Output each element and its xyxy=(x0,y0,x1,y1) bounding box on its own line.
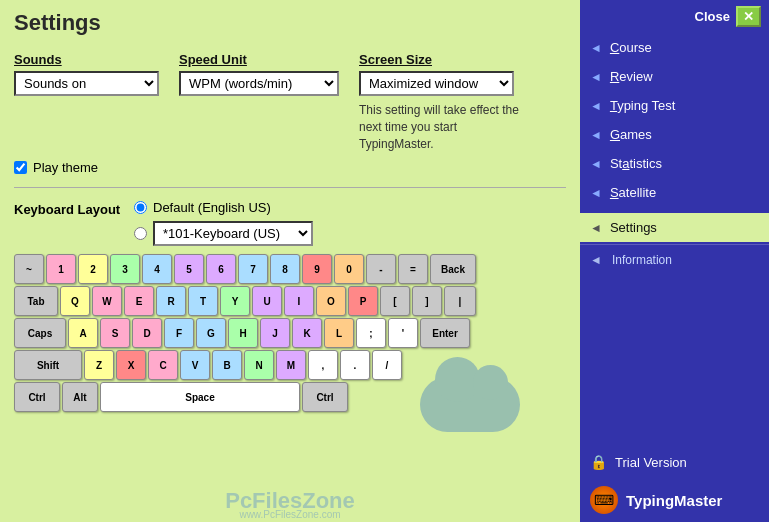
sidebar-item-course[interactable]: ◄ Course xyxy=(580,33,769,62)
key-rbracket[interactable]: ] xyxy=(412,286,442,316)
key-0[interactable]: 0 xyxy=(334,254,364,284)
play-theme-checkbox[interactable] xyxy=(14,161,27,174)
nav-arrow-settings: ◄ xyxy=(590,221,602,235)
sidebar-item-satellite-label: Satellite xyxy=(610,185,656,200)
key-tab[interactable]: Tab xyxy=(14,286,58,316)
nav-arrow-review: ◄ xyxy=(590,70,602,84)
sidebar-item-information[interactable]: ◄ Information xyxy=(580,247,769,273)
key-i[interactable]: I xyxy=(284,286,314,316)
key-2[interactable]: 2 xyxy=(78,254,108,284)
key-n[interactable]: N xyxy=(244,350,274,380)
sidebar-item-settings[interactable]: ◄ Settings xyxy=(580,213,769,242)
key-ctrl-left[interactable]: Ctrl xyxy=(14,382,60,412)
close-label: Close xyxy=(695,9,730,24)
sidebar-item-typing-test-label: Typing Test xyxy=(610,98,676,113)
sidebar-item-information-label: Information xyxy=(612,253,672,267)
section-divider xyxy=(14,187,566,188)
key-backspace[interactable]: Back xyxy=(430,254,476,284)
keyboard-layout-select[interactable]: *101-Keyboard (US) xyxy=(153,221,313,246)
speed-unit-select[interactable]: WPM (words/min) CPM (chars/min) KPH (key… xyxy=(179,71,339,96)
key-d[interactable]: D xyxy=(132,318,162,348)
radio-custom[interactable] xyxy=(134,227,147,240)
key-t[interactable]: T xyxy=(188,286,218,316)
key-minus[interactable]: - xyxy=(366,254,396,284)
key-tilde[interactable]: ~ xyxy=(14,254,44,284)
key-enter[interactable]: Enter xyxy=(420,318,470,348)
screen-size-select[interactable]: Maximized window 800x600 1024x768 xyxy=(359,71,514,96)
key-a[interactable]: A xyxy=(68,318,98,348)
key-h[interactable]: H xyxy=(228,318,258,348)
key-s[interactable]: S xyxy=(100,318,130,348)
kb-row-2: Tab Q W E R T Y U I O P [ ] | xyxy=(14,286,566,316)
key-q[interactable]: Q xyxy=(60,286,90,316)
key-b[interactable]: B xyxy=(212,350,242,380)
brand-name: TypingMaster xyxy=(626,492,722,509)
key-lbracket[interactable]: [ xyxy=(380,286,410,316)
sidebar-item-review-label: Review xyxy=(610,69,653,84)
screen-note: This setting will take effect the next t… xyxy=(359,102,519,152)
key-period[interactable]: . xyxy=(340,350,370,380)
key-o[interactable]: O xyxy=(316,286,346,316)
trial-version-label: Trial Version xyxy=(615,455,687,470)
key-equals[interactable]: = xyxy=(398,254,428,284)
screen-size-group: Screen Size Maximized window 800x600 102… xyxy=(359,52,519,152)
lock-icon: 🔒 xyxy=(590,454,607,470)
key-m[interactable]: M xyxy=(276,350,306,380)
key-j[interactable]: J xyxy=(260,318,290,348)
key-9[interactable]: 9 xyxy=(302,254,332,284)
nav-arrow-course: ◄ xyxy=(590,41,602,55)
radio-default[interactable] xyxy=(134,201,147,214)
speed-unit-label: Speed Unit xyxy=(179,52,339,67)
key-slash[interactable]: / xyxy=(372,350,402,380)
key-v[interactable]: V xyxy=(180,350,210,380)
key-6[interactable]: 6 xyxy=(206,254,236,284)
key-r[interactable]: R xyxy=(156,286,186,316)
key-g[interactable]: G xyxy=(196,318,226,348)
key-c[interactable]: C xyxy=(148,350,178,380)
key-alt-left[interactable]: Alt xyxy=(62,382,98,412)
key-comma[interactable]: , xyxy=(308,350,338,380)
key-e[interactable]: E xyxy=(124,286,154,316)
sidebar-header: Close ✕ xyxy=(580,0,769,33)
sidebar-item-games-label: Games xyxy=(610,127,652,142)
radio-custom-row: *101-Keyboard (US) xyxy=(134,221,313,246)
close-button[interactable]: ✕ xyxy=(736,6,761,27)
sidebar-divider xyxy=(580,244,769,245)
keyboard-layout-label: Keyboard Layout xyxy=(14,200,124,217)
key-5[interactable]: 5 xyxy=(174,254,204,284)
key-space[interactable]: Space xyxy=(100,382,300,412)
sidebar-item-satellite[interactable]: ◄ Satellite xyxy=(580,178,769,207)
key-l[interactable]: L xyxy=(324,318,354,348)
sidebar-item-review[interactable]: ◄ Review xyxy=(580,62,769,91)
key-ctrl-right[interactable]: Ctrl xyxy=(302,382,348,412)
nav-arrow-satellite: ◄ xyxy=(590,186,602,200)
key-7[interactable]: 7 xyxy=(238,254,268,284)
key-4[interactable]: 4 xyxy=(142,254,172,284)
key-8[interactable]: 8 xyxy=(270,254,300,284)
sidebar-item-typing-test[interactable]: ◄ Typing Test xyxy=(580,91,769,120)
key-shift-left[interactable]: Shift xyxy=(14,350,82,380)
speed-unit-group: Speed Unit WPM (words/min) CPM (chars/mi… xyxy=(179,52,339,96)
brand-logo: ⌨ xyxy=(590,486,618,514)
play-theme-label[interactable]: Play theme xyxy=(33,160,98,175)
sidebar-item-statistics[interactable]: ◄ Statistics xyxy=(580,149,769,178)
key-semicolon[interactable]: ; xyxy=(356,318,386,348)
key-backslash[interactable]: | xyxy=(444,286,476,316)
key-caps[interactable]: Caps xyxy=(14,318,66,348)
trial-version-item[interactable]: 🔒 Trial Version xyxy=(580,446,769,478)
key-z[interactable]: Z xyxy=(84,350,114,380)
key-w[interactable]: W xyxy=(92,286,122,316)
key-u[interactable]: U xyxy=(252,286,282,316)
key-f[interactable]: F xyxy=(164,318,194,348)
sounds-select[interactable]: Sounds on Sounds off xyxy=(14,71,159,96)
key-quote[interactable]: ' xyxy=(388,318,418,348)
key-y[interactable]: Y xyxy=(220,286,250,316)
sidebar-item-games[interactable]: ◄ Games xyxy=(580,120,769,149)
key-1[interactable]: 1 xyxy=(46,254,76,284)
key-k[interactable]: K xyxy=(292,318,322,348)
key-p[interactable]: P xyxy=(348,286,378,316)
key-x[interactable]: X xyxy=(116,350,146,380)
kb-row-3: Caps A S D F G H J K L ; ' Enter xyxy=(14,318,566,348)
radio-default-label[interactable]: Default (English US) xyxy=(153,200,271,215)
key-3[interactable]: 3 xyxy=(110,254,140,284)
